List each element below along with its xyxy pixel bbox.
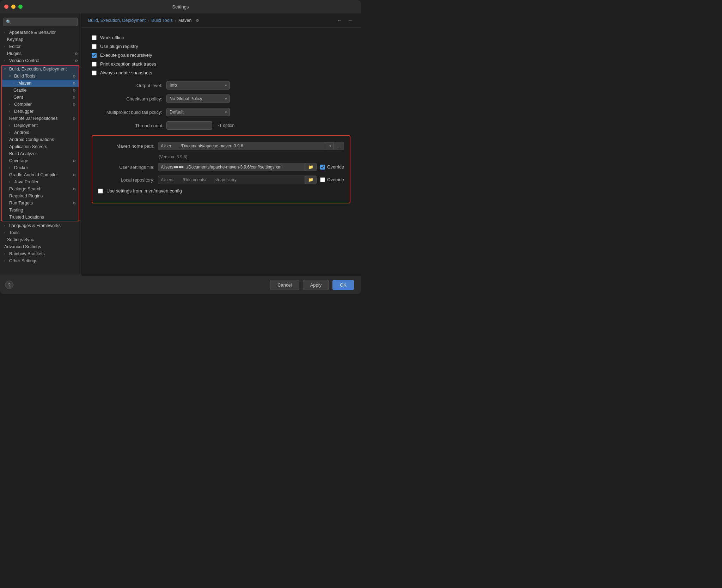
sidebar-item-compiler[interactable]: › Compiler ⚙: [2, 101, 79, 108]
sidebar-item-required-plugins[interactable]: Required Plugins: [2, 192, 79, 200]
sidebar-item-appearance[interactable]: › Appearance & Behavior: [0, 29, 81, 36]
user-settings-override-label[interactable]: Override: [327, 165, 344, 170]
breadcrumb-build-exec[interactable]: Build, Execution, Deployment: [88, 18, 146, 23]
output-level-label: Output level:: [92, 83, 162, 88]
user-settings-input[interactable]: [158, 163, 305, 171]
build-exec-group: ▾ Build, Execution, Deployment ▾ Build T…: [1, 65, 79, 221]
use-mvn-settings-label[interactable]: Use settings from .mvn/maven.config: [106, 188, 182, 194]
thread-count-input[interactable]: [166, 121, 212, 130]
sidebar-item-settings-sync[interactable]: Settings Sync: [0, 236, 81, 243]
settings-icon: ⚙: [73, 88, 76, 92]
work-offline-label[interactable]: Work offline: [100, 35, 124, 40]
sidebar-item-docker[interactable]: › Docker: [2, 164, 79, 171]
use-plugin-registry-label[interactable]: Use plugin registry: [100, 44, 138, 49]
search-box[interactable]: 🔍: [3, 18, 78, 26]
minimize-button[interactable]: [11, 5, 16, 9]
sidebar-item-remote-jar[interactable]: Remote Jar Repositories ⚙: [2, 115, 79, 122]
settings-icon: ⚙: [73, 103, 76, 106]
sidebar-item-coverage[interactable]: Coverage ⚙: [2, 157, 79, 164]
sidebar-item-label: Maven: [18, 81, 32, 86]
breadcrumb-build-tools[interactable]: Build Tools: [151, 18, 172, 23]
multiproject-select-wrapper: Default Fail At End Fail Fast Never Fail: [166, 108, 230, 116]
help-button[interactable]: ?: [5, 281, 13, 289]
execute-goals-label[interactable]: Execute goals recursively: [100, 53, 152, 58]
sidebar-item-build-exec[interactable]: ▾ Build, Execution, Deployment: [2, 66, 79, 73]
bottom-bar: Cancel Apply OK: [0, 276, 361, 294]
form-row-output-level: Output level: Info Debug Warn Error: [92, 81, 350, 90]
sidebar-item-java-profiler[interactable]: › Java Profiler: [2, 178, 79, 185]
maven-home-dropdown-button[interactable]: ▾: [327, 142, 334, 150]
maven-home-input-wrapper: ▾ …: [158, 142, 344, 150]
breadcrumb-sep-2: ›: [175, 18, 176, 23]
local-repo-override-checkbox[interactable]: [320, 177, 325, 182]
local-repo-input[interactable]: [158, 176, 305, 184]
ok-button[interactable]: OK: [332, 280, 354, 290]
sidebar-item-gradle[interactable]: Gradle ⚙: [2, 87, 79, 94]
search-input[interactable]: [13, 19, 75, 24]
nav-back-button[interactable]: ←: [336, 17, 343, 24]
user-settings-override-checkbox[interactable]: [320, 165, 325, 170]
local-repo-override-label[interactable]: Override: [327, 177, 344, 182]
sidebar-item-run-targets[interactable]: Run Targets ⚙: [2, 200, 79, 207]
chevron-icon: ▾: [4, 67, 8, 71]
sidebar-item-editor[interactable]: › Editor: [0, 43, 81, 50]
sidebar-item-gant[interactable]: Gant ⚙: [2, 94, 79, 101]
sidebar-item-rainbow-brackets[interactable]: › Rainbow Brackets: [0, 250, 81, 257]
local-repo-browse-button[interactable]: 📁: [305, 176, 317, 184]
sidebar-item-plugins[interactable]: Plugins ⚙: [0, 50, 81, 57]
sidebar-item-label: Java Profiler: [14, 179, 38, 184]
multiproject-select[interactable]: Default Fail At End Fail Fast Never Fail: [166, 108, 230, 116]
chevron-icon: ›: [4, 45, 8, 48]
print-exception-checkbox[interactable]: [92, 62, 97, 67]
sidebar-item-debugger[interactable]: › Debugger: [2, 108, 79, 115]
sidebar-item-build-tools[interactable]: ▾ Build Tools ⚙: [2, 73, 79, 80]
search-icon: 🔍: [6, 19, 11, 24]
execute-goals-checkbox[interactable]: [92, 53, 97, 58]
use-mvn-settings-checkbox[interactable]: [98, 189, 103, 194]
sidebar-item-app-servers[interactable]: Application Servers: [2, 143, 79, 150]
print-exception-label[interactable]: Print exception stack traces: [100, 61, 156, 67]
work-offline-checkbox[interactable]: [92, 35, 97, 40]
sidebar-item-label: Build Analyzer: [9, 151, 37, 156]
maximize-button[interactable]: [18, 5, 23, 9]
sidebar-item-label: Remote Jar Repositories: [9, 116, 58, 121]
sidebar-item-maven[interactable]: › Maven ⚙: [2, 80, 79, 87]
sidebar-item-package-search[interactable]: Package Search ⚙: [2, 185, 79, 192]
sidebar-item-android-configs[interactable]: Android Configurations: [2, 136, 79, 143]
always-update-checkbox[interactable]: [92, 71, 97, 75]
sidebar-item-languages[interactable]: › Languages & Frameworks: [0, 222, 81, 229]
maven-home-input[interactable]: [158, 142, 327, 150]
thread-count-label: Thread count: [92, 123, 162, 128]
sidebar-item-version-control[interactable]: › Version Control ⚙: [0, 57, 81, 64]
user-settings-browse-button[interactable]: 📁: [305, 163, 317, 171]
sidebar-item-testing[interactable]: Testing: [2, 207, 79, 214]
maven-home-browse-button[interactable]: …: [334, 142, 344, 150]
apply-button[interactable]: Apply: [303, 280, 329, 290]
sidebar-item-label: Build Tools: [14, 74, 35, 79]
settings-icon: ⚙: [73, 187, 76, 191]
sidebar-item-deployment[interactable]: › Deployment: [2, 122, 79, 129]
sidebar-item-build-analyzer[interactable]: Build Analyzer: [2, 150, 79, 157]
sidebar-item-label: Testing: [9, 208, 23, 213]
nav-forward-button[interactable]: →: [346, 17, 354, 24]
close-button[interactable]: [4, 5, 8, 9]
sidebar-item-android[interactable]: › Android: [2, 129, 79, 136]
sidebar-item-advanced-settings[interactable]: Advanced Settings: [0, 243, 81, 250]
sidebar-item-label: Build, Execution, Deployment: [9, 67, 67, 72]
main-layout: 🔍 › Appearance & Behavior Keymap › Edito…: [0, 13, 361, 276]
chevron-icon: ›: [4, 252, 8, 256]
sidebar-item-trusted-locations[interactable]: Trusted Locations: [2, 214, 79, 221]
sidebar-item-keymap[interactable]: Keymap: [0, 36, 81, 43]
sidebar-item-tools[interactable]: › Tools: [0, 229, 81, 236]
use-plugin-registry-checkbox[interactable]: [92, 44, 97, 49]
cancel-button[interactable]: Cancel: [270, 280, 299, 290]
sidebar-item-other-settings[interactable]: › Other Settings: [0, 257, 81, 264]
checksum-policy-select[interactable]: No Global Policy Fail Warn Ignore: [166, 94, 230, 103]
output-level-select[interactable]: Info Debug Warn Error: [166, 81, 230, 90]
maven-section: Maven home path: ▾ … (Version: 3.9.6) Us…: [92, 135, 350, 203]
settings-icon: ⚙: [73, 159, 76, 163]
sidebar-item-gradle-android[interactable]: Gradle-Android Compiler ⚙: [2, 171, 79, 178]
multiproject-label: Multiproject build fail policy:: [92, 110, 162, 115]
checkbox-print-exception: Print exception stack traces: [92, 61, 350, 67]
always-update-label[interactable]: Always update snapshots: [100, 70, 152, 75]
